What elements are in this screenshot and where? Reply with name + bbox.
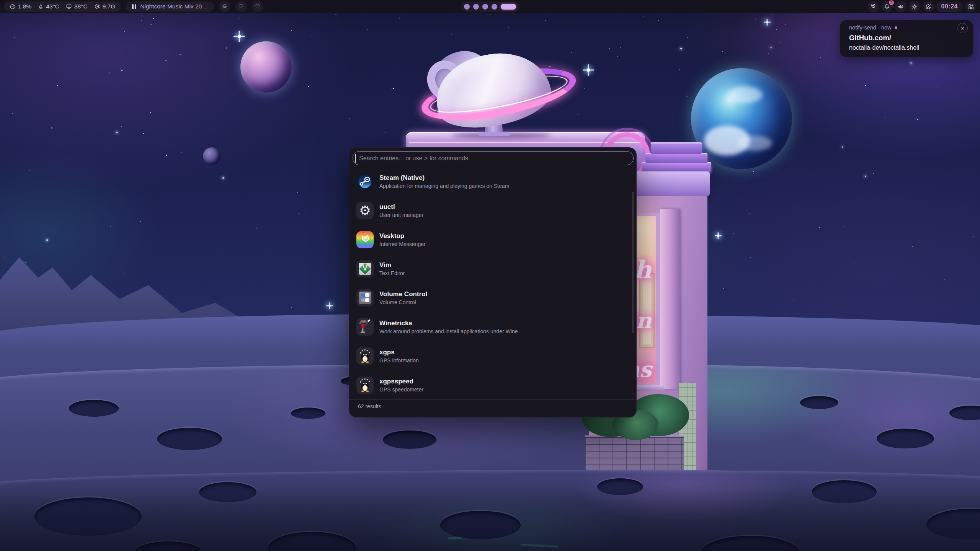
skull-button[interactable]: ☠ (219, 1, 230, 12)
entry-description: Text Editor (379, 270, 405, 276)
cpu-temperature-value: 43°C (46, 3, 59, 10)
dashboard-icon (968, 3, 974, 10)
entry-title: Vim (379, 261, 405, 269)
speaker-icon (897, 3, 904, 10)
system-stats-pill[interactable]: 1.8% 43°C 38°C 9.7G (4, 2, 121, 12)
notification-badge: 2 (888, 0, 894, 6)
notification-app-time: notify-send · now (849, 24, 891, 31)
text-caret (355, 154, 356, 163)
gear-icon: ⚙ (356, 202, 374, 219)
top-bar-right: 2 00:24 (867, 0, 977, 13)
steam-icon (356, 173, 374, 190)
winetricks-icon (356, 318, 374, 336)
volume-button[interactable] (895, 1, 906, 12)
dashboard-button[interactable] (965, 1, 977, 12)
notification-popup[interactable]: notify-send · now × GitHub.com/ noctalia… (840, 20, 973, 57)
launcher-entry[interactable]: Winetricks Work around problems and inst… (349, 312, 637, 341)
vesktop-icon (356, 231, 374, 248)
scrollbar[interactable] (632, 192, 634, 333)
entry-description: GPS information (379, 357, 419, 364)
vesktop-tray-button[interactable] (867, 1, 879, 12)
heart-icon: ♡ (238, 3, 243, 10)
tux-icon (356, 347, 374, 365)
results-count: 62 results (358, 403, 381, 409)
entry-description: Volume Control (379, 299, 427, 305)
temperature-icon (38, 4, 44, 10)
entry-title: Winetricks (379, 320, 518, 327)
memory-icon (94, 3, 100, 10)
workspace-dot[interactable] (473, 4, 479, 10)
app-launcher: Steam (Native) Application for managing … (349, 147, 637, 417)
launcher-entry[interactable]: xgps GPS information (349, 341, 637, 370)
volume-icon (356, 289, 374, 306)
entry-title: Steam (Native) (379, 174, 509, 182)
notification-body: noctalia-dev/noctalia.shell (849, 44, 919, 51)
vesktop-tray-icon (870, 3, 876, 10)
workspace-dot[interactable] (492, 4, 497, 10)
launcher-entry[interactable]: Steam (Native) Application for managing … (349, 167, 637, 196)
clock[interactable]: 00:24 (936, 2, 963, 12)
gauge-icon (10, 3, 16, 10)
media-title: Nightcore Music Mix 20… (140, 3, 208, 10)
workspace-dot[interactable] (464, 4, 470, 10)
media-player-pill[interactable]: Nightcore Music Mix 20… (126, 2, 214, 12)
top-bar-left: 1.8% 43°C 38°C 9.7G (4, 0, 263, 13)
skull-icon: ☠ (222, 3, 227, 10)
clock-value: 00:24 (941, 3, 958, 10)
brightness-button[interactable] (909, 1, 920, 12)
entry-title: xgpsspeed (379, 378, 423, 385)
pause-icon[interactable] (132, 4, 136, 9)
entry-title: xgps (379, 349, 419, 356)
results-list: Steam (Native) Application for managing … (349, 167, 637, 399)
notifications-button[interactable]: 2 (881, 1, 893, 12)
cpu-temperature: 43°C (38, 3, 59, 10)
top-bar: 1.8% 43°C 38°C 9.7G (0, 0, 980, 13)
entry-description: Application for managing and playing gam… (379, 183, 509, 189)
night-light-button[interactable] (923, 1, 934, 12)
entry-description: Internet Messenger (379, 241, 426, 247)
workspace-indicator[interactable] (461, 2, 519, 12)
workspace-dot[interactable] (482, 4, 488, 10)
desktop: h on ns (0, 0, 980, 551)
cpu-usage: 1.8% (10, 3, 31, 10)
launcher-entry[interactable]: Vesktop Internet Messenger (349, 225, 637, 254)
entry-title: Vesktop (379, 232, 426, 240)
footer-divider (349, 399, 636, 400)
tux-icon (356, 377, 374, 394)
gpu-temperature-value: 38°C (74, 3, 88, 10)
memory-usage-value: 9.7G (103, 3, 116, 10)
memory-usage: 9.7G (94, 3, 116, 10)
unread-dot (895, 26, 897, 29)
notification-title: GitHub.com/ (849, 34, 891, 42)
entry-title: uuctl (379, 203, 423, 211)
launcher-entry[interactable]: V Vim Text Editor (349, 254, 637, 283)
launcher-entry[interactable]: xgpsspeed GPS speedometer (349, 370, 637, 399)
launcher-entry[interactable]: ⚙ uuctl User unit manager (349, 196, 637, 225)
top-bar-center (461, 2, 519, 12)
heart-button[interactable]: ♡ (252, 1, 263, 12)
entry-title: Volume Control (379, 290, 427, 298)
brightness-icon (911, 3, 918, 10)
workspace-active[interactable] (501, 4, 516, 10)
entry-description: User unit manager (379, 212, 423, 218)
search-input[interactable] (353, 151, 634, 165)
notification-meta: notify-send · now (849, 24, 897, 31)
vim-icon: V (356, 260, 374, 277)
heart-button[interactable]: ♡ (235, 1, 247, 12)
cpu-usage-value: 1.8% (18, 3, 31, 10)
screen-temperature-icon (66, 3, 72, 10)
entry-description: GPS speedometer (379, 386, 423, 393)
heart-icon: ♡ (255, 3, 260, 10)
entry-description: Work around problems and install applica… (379, 328, 518, 334)
gpu-temperature: 38°C (66, 3, 88, 10)
close-icon: × (961, 25, 964, 31)
launcher-entry[interactable]: Volume Control Volume Control (349, 283, 637, 312)
night-light-off-icon (925, 3, 931, 10)
notification-close-button[interactable]: × (957, 23, 968, 33)
